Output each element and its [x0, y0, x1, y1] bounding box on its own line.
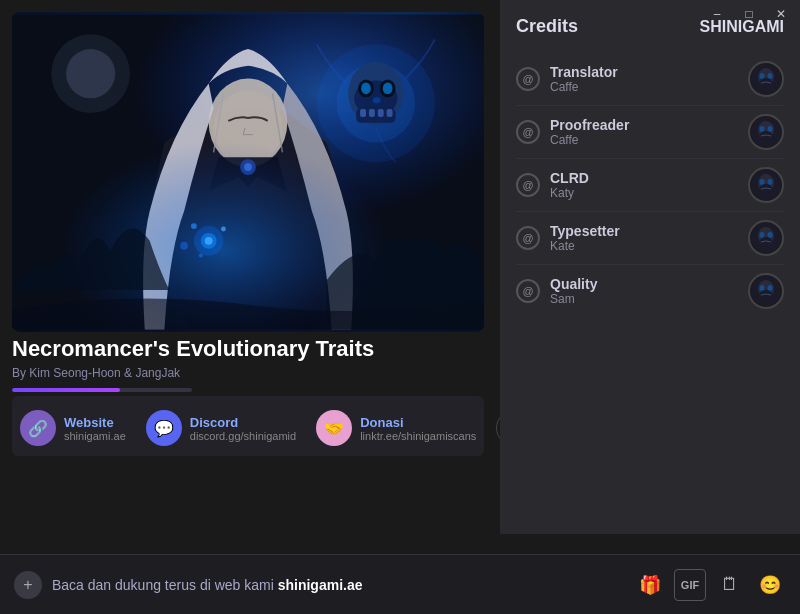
credit-text: CLRDKaty — [550, 170, 738, 200]
svg-point-33 — [760, 73, 765, 79]
cover-image — [12, 12, 484, 332]
bottom-website: shinigami.ae — [278, 577, 363, 593]
credit-text: QualitySam — [550, 276, 738, 306]
social-item-discord[interactable]: 💬Discorddiscord.gg/shinigamid — [146, 410, 296, 446]
sticker-button[interactable]: 🗒 — [714, 569, 746, 601]
website-label: Website — [64, 415, 126, 430]
credit-role: Translator — [550, 64, 738, 80]
credit-role: CLRD — [550, 170, 738, 186]
cover-art — [12, 12, 484, 332]
credit-row-proofreader: @ProofreaderCaffe — [516, 106, 784, 159]
cover-svg — [12, 12, 484, 332]
maximize-button[interactable]: □ — [734, 0, 764, 28]
donasi-label: Donasi — [360, 415, 476, 430]
discord-label: Discord — [190, 415, 296, 430]
credit-name: Caffe — [550, 133, 738, 147]
discord-sub: discord.gg/shinigamid — [190, 430, 296, 442]
progress-bar-container — [12, 388, 192, 392]
svg-point-39 — [768, 126, 773, 132]
credit-name: Katy — [550, 186, 738, 200]
credit-row-clrd: @CLRDKaty — [516, 159, 784, 212]
manga-info: Necromancer's Evolutionary Traits By Kim… — [12, 332, 484, 396]
gif-button[interactable]: GIF — [674, 569, 706, 601]
emoji-button[interactable]: 😊 — [754, 569, 786, 601]
gift-button[interactable]: 🎁 — [634, 569, 666, 601]
credit-name: Sam — [550, 292, 738, 306]
website-icon: 🔗 — [20, 410, 56, 446]
credits-rows: @TranslatorCaffe @ProofreaderCaffe @CLRD… — [516, 53, 784, 317]
credit-role: Typesetter — [550, 223, 738, 239]
credit-avatar — [748, 220, 784, 256]
credit-text: TypesetterKate — [550, 223, 738, 253]
svg-point-54 — [768, 285, 773, 291]
discord-text: Discorddiscord.gg/shinigamid — [190, 415, 296, 442]
svg-point-48 — [760, 232, 765, 238]
credit-role: Proofreader — [550, 117, 738, 133]
donasi-icon: 🤝 — [316, 410, 352, 446]
svg-point-43 — [760, 179, 765, 185]
manga-author: By Kim Seong-Hoon & JangJak — [12, 366, 484, 380]
credit-row-translator: @TranslatorCaffe — [516, 53, 784, 106]
social-item-website[interactable]: 🔗Websiteshinigami.ae — [20, 410, 126, 446]
left-panel: Necromancer's Evolutionary Traits By Kim… — [0, 0, 500, 534]
credit-text: TranslatorCaffe — [550, 64, 738, 94]
credit-at-icon: @ — [516, 173, 540, 197]
credit-name: Caffe — [550, 80, 738, 94]
add-button[interactable]: + — [14, 571, 42, 599]
credits-title: Credits — [516, 16, 578, 37]
credit-row-quality: @QualitySam — [516, 265, 784, 317]
titlebar: – □ ✕ — [680, 0, 800, 28]
credit-at-icon: @ — [516, 67, 540, 91]
credit-avatar — [748, 273, 784, 309]
bottom-bar: + Baca dan dukung terus di web kami shin… — [0, 554, 800, 614]
right-panel: Credits SHINIGAMI @TranslatorCaffe @Proo… — [500, 0, 800, 534]
credit-text: ProofreaderCaffe — [550, 117, 738, 147]
donasi-sub: linktr.ee/shinigamiscans — [360, 430, 476, 442]
manga-title: Necromancer's Evolutionary Traits — [12, 336, 484, 362]
discord-icon: 💬 — [146, 410, 182, 446]
progress-bar-fill — [12, 388, 120, 392]
donasi-text: Donasilinktr.ee/shinigamiscans — [360, 415, 476, 442]
credit-at-icon: @ — [516, 120, 540, 144]
main-content: Necromancer's Evolutionary Traits By Kim… — [0, 0, 800, 534]
website-sub: shinigami.ae — [64, 430, 126, 442]
credit-at-icon: @ — [516, 226, 540, 250]
svg-point-49 — [768, 232, 773, 238]
credit-row-typesetter: @TypesetterKate — [516, 212, 784, 265]
svg-point-44 — [768, 179, 773, 185]
credit-at-icon: @ — [516, 279, 540, 303]
social-section: 🔗Websiteshinigami.ae💬Discorddiscord.gg/s… — [12, 396, 484, 456]
credit-name: Kate — [550, 239, 738, 253]
credit-avatar — [748, 114, 784, 150]
credit-role: Quality — [550, 276, 738, 292]
bottom-actions: 🎁 GIF 🗒 😊 — [634, 569, 786, 601]
svg-point-34 — [768, 73, 773, 79]
minimize-button[interactable]: – — [702, 0, 732, 28]
bottom-message: Baca dan dukung terus di web kami shinig… — [52, 577, 624, 593]
credit-avatar — [748, 61, 784, 97]
credit-avatar — [748, 167, 784, 203]
svg-point-53 — [760, 285, 765, 291]
bottom-message-prefix: Baca dan dukung terus di web kami — [52, 577, 278, 593]
svg-point-38 — [760, 126, 765, 132]
social-links: 🔗Websiteshinigami.ae💬Discorddiscord.gg/s… — [20, 410, 476, 446]
close-button[interactable]: ✕ — [766, 0, 796, 28]
website-text: Websiteshinigami.ae — [64, 415, 126, 442]
social-item-donasi[interactable]: 🤝Donasilinktr.ee/shinigamiscans — [316, 410, 476, 446]
